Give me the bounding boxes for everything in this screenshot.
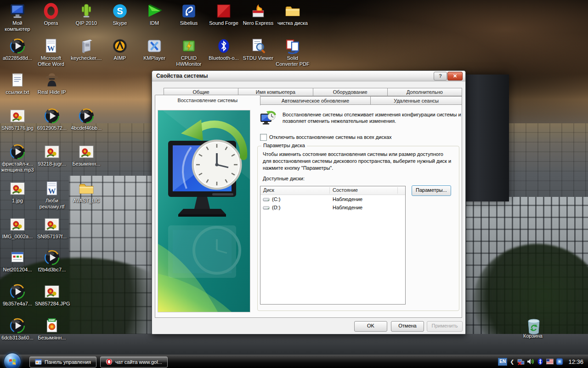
desktop-icon-stdu-viewer[interactable]: STDU Viewer (241, 38, 275, 61)
language-indicator[interactable]: EN (498, 358, 507, 366)
desktop-icon-4bcdef46bb[interactable]: 4bcdef46bb... (69, 108, 103, 131)
desktop-icon-net201204[interactable]: Net201204... (0, 249, 34, 273)
column-header-status[interactable]: Состояние (333, 187, 358, 193)
desktop-icon-a02285d8d[interactable]: a02285d8d... (0, 38, 34, 61)
photo-icon (44, 144, 60, 160)
desktop-icon-nero-express[interactable]: Nero Express (241, 3, 275, 26)
aimp-icon (112, 38, 128, 54)
desktop-icon-безымянн[interactable]: Безымянн... (69, 144, 103, 167)
desktop-icon-sn857197f[interactable]: SN857197f... (35, 216, 69, 240)
player-icon (9, 38, 26, 54)
disk-row-d[interactable]: (D:)Наблюдение (260, 203, 405, 212)
desktop-icon-фристайл-к-женщина-mp3[interactable]: фристайл-к... женщина.mp3 (0, 144, 34, 173)
desktop-icon-label: SN857284.JPG (35, 301, 69, 307)
desktop-icon-idm[interactable]: IDM (137, 3, 171, 26)
word-icon: W (43, 38, 59, 54)
tab-дополнительно[interactable]: Дополнительно (388, 88, 462, 96)
player-icon (9, 283, 26, 300)
tab-восстановление-системы[interactable]: Восстановление системы (155, 95, 260, 105)
photo-icon (78, 144, 95, 160)
desktop-icon-люби-рекламу-rtf[interactable]: WЛюби рекламу.rtf (35, 180, 69, 210)
disable-restore-checkbox[interactable] (260, 134, 267, 141)
desktop-icon-sn857176-jpg[interactable]: SN857176.jpg (0, 108, 34, 131)
cancel-button[interactable]: Отмена (391, 321, 424, 332)
desktop-icon-cpuid-hwmonitor[interactable]: CPUID HWMonitor (172, 38, 206, 67)
task-button-чат-сайта-www-gol[interactable]: чат сайта www.gol... (100, 356, 168, 368)
dialog-title: Свойства системы (156, 73, 208, 79)
ok-button[interactable]: OK (354, 321, 387, 332)
desktop-icon-label: SN857176.jpg (0, 125, 34, 131)
desktop-icon-label: SN857197f... (35, 234, 69, 240)
qip-icon (78, 3, 95, 19)
svg-text:S: S (117, 6, 123, 16)
volume-icon[interactable] (526, 358, 534, 366)
desktop-icon-real-hide-ip[interactable]: Real Hide IP (35, 72, 69, 95)
start-button[interactable] (4, 353, 21, 368)
desktop-icon-label: 4bcdef46bb... (69, 125, 103, 131)
desktop-icon-691290572[interactable]: 691290572... (35, 108, 69, 131)
task-button-панель-управления[interactable]: Панель управления (29, 356, 96, 368)
photo-icon (9, 108, 26, 124)
disk-row-c[interactable]: (C:)Наблюдение (260, 195, 405, 203)
disks-listbox[interactable]: Диск Состояние (C:)Наблюдение(D:)Наблюде… (260, 186, 406, 305)
desktop-icon-bluetooth-o[interactable]: Bluetooth-o... (207, 38, 241, 61)
desktop-icon-label: Solid Converter PDF (276, 55, 310, 67)
desktop-icon-opera[interactable]: Opera (34, 3, 68, 26)
dialog-titlebar[interactable]: Свойства системы ? ✕ (152, 71, 465, 81)
tab-удаленные-сеансы[interactable]: Удаленные сеансы (371, 96, 462, 105)
tab-автоматическое-обновление[interactable]: Автоматическое обновление (260, 96, 371, 105)
desktop-icon-label: Microsoft Office Word (34, 55, 68, 67)
apply-button[interactable]: Применить (427, 321, 463, 332)
disks-list-header[interactable]: Диск Состояние (260, 186, 405, 195)
column-header-disk[interactable]: Диск (263, 187, 274, 193)
desktop-icon-1-jpg[interactable]: 1.jpg (0, 180, 34, 204)
desktop-icon-label: AVAST_LIC (69, 198, 103, 204)
system-restore-tab-page: Восстановление системы отслеживает измен… (155, 104, 462, 318)
desktop-icon-sound-forge[interactable]: Sound Forge (207, 3, 241, 26)
taskbar-clock[interactable]: 12:36 (568, 358, 583, 365)
tab-оборудование[interactable]: Оборудование (313, 88, 388, 96)
tray-chevron-icon[interactable]: ❮ (510, 359, 514, 365)
desktop-icon-f2b4d3bc7[interactable]: f2b4d3bc7... (35, 249, 69, 273)
txt-icon (9, 72, 26, 88)
keyboard-flag-icon[interactable] (546, 358, 554, 366)
system-properties-dialog: Свойства системы ? ✕ ОбщиеИмя компьютера… (152, 70, 466, 334)
desktop-icon-мой-компьютер[interactable]: Мой компьютер (0, 3, 34, 32)
network-status-icon[interactable] (517, 358, 525, 366)
photo-icon (9, 216, 26, 233)
bluetooth-tray-icon[interactable] (536, 358, 544, 366)
disable-restore-checkbox-label[interactable]: Отключить восстановление системы на всех… (269, 134, 392, 140)
desktop-icon-93218-jugr[interactable]: 93218-jugr... (35, 144, 69, 167)
desktop-icon-чистка-диска[interactable]: чистка диска (276, 3, 310, 26)
desktop-icon-solid-converter-pdf[interactable]: Solid Converter PDF (276, 38, 310, 67)
desktop-icon-label: IDM (137, 20, 171, 26)
word-icon: W (44, 180, 60, 197)
desktop-icon-label: Sound Forge (207, 20, 241, 26)
desktop-icon-label: Net201204... (0, 267, 34, 273)
help-icon[interactable]: ? (434, 72, 447, 80)
blue-app-icon[interactable] (555, 358, 563, 366)
desktop-icon-microsoft-office-word[interactable]: WMicrosoft Office Word (34, 38, 68, 67)
desktop-icon-sibelius[interactable]: Sibelius (172, 3, 206, 26)
svg-text:W: W (48, 187, 56, 196)
desktop-icon-keychecker[interactable]: keychecker.... (69, 38, 103, 61)
desktop-icon-label: 6dcb313a60... (0, 335, 34, 341)
desktop-icon-безымянн[interactable]: BMPБезымянн... (35, 317, 69, 341)
params-button[interactable]: Параметры... (412, 185, 451, 196)
desktop-icon-9b357e4a7[interactable]: 9b357e4a7... (0, 283, 34, 307)
desktop-icon-sn857284-jpg[interactable]: SN857284.JPG (35, 283, 69, 307)
desktop-icon-skype[interactable]: SSkype (103, 3, 137, 26)
desktop-icon-label: 1.jpg (0, 198, 34, 204)
close-icon[interactable]: ✕ (447, 72, 463, 80)
desktop-icon-label: Opera (34, 20, 68, 26)
desktop-icon-qip-2010[interactable]: QIP 2010 (69, 3, 103, 26)
desktop-icon-ссылки-txt[interactable]: ссылки.txt (0, 72, 34, 95)
desktop-icon-kmplayer[interactable]: KMPlayer (137, 38, 171, 61)
desktop-icon-aimp[interactable]: AIMP (103, 38, 137, 61)
desktop-icon-recycle-bin[interactable]: Корзина (515, 316, 550, 339)
desktop-icon-label: Sibelius (172, 20, 206, 26)
desktop-icon-avast-lic[interactable]: AVAST_LIC (69, 180, 103, 204)
opera-task-icon (106, 358, 113, 366)
desktop-icon-6dcb313a60[interactable]: 6dcb313a60... (0, 317, 34, 341)
desktop-icon-img-0002a[interactable]: IMG_0002a... (0, 216, 34, 240)
